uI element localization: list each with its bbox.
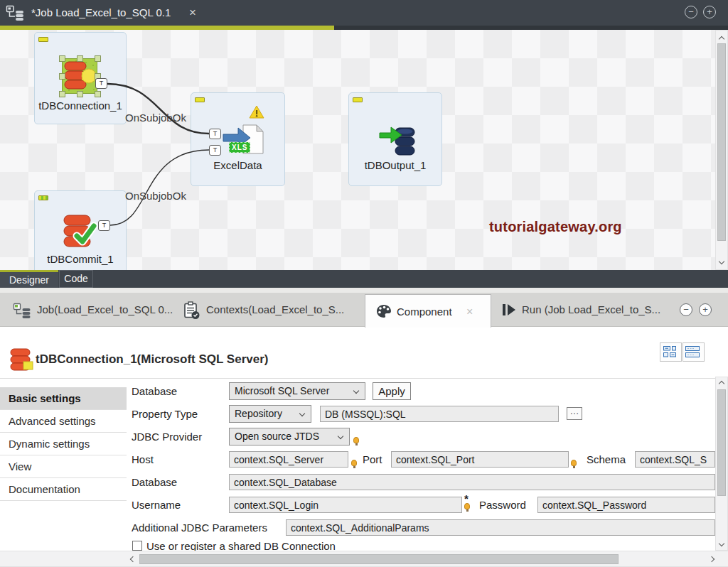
component-panel: tDBConnection_1(Microsoft SQL Server) Ba…: [0, 327, 728, 567]
contexts-icon: [183, 301, 200, 323]
tab-run[interactable]: Run (Job Load_Excel_to_S...: [522, 293, 660, 327]
job-icon: [6, 5, 26, 24]
username-label: Username: [132, 499, 181, 511]
watermark-text: tutorialgateway.org: [489, 219, 622, 235]
scroll-thumb[interactable]: [139, 554, 619, 564]
property-type-select[interactable]: Repository: [229, 405, 311, 423]
database-select[interactable]: Microsoft SQL Server: [229, 382, 365, 400]
tab-contexts[interactable]: Contexts(Load_Excel_to_S...: [206, 293, 344, 327]
schema-input[interactable]: [635, 451, 715, 468]
editor-tab-title[interactable]: *Job Load_Excel_to_SQL 0.1: [31, 0, 171, 26]
hint-bulb-icon: [351, 460, 357, 466]
scroll-down-icon[interactable]: [719, 541, 724, 546]
link-label-onsubjobok[interactable]: OnSubjobOk: [125, 190, 186, 202]
sidebar-item-dynamic-settings[interactable]: Dynamic settings: [0, 433, 127, 455]
additional-jdbc-input[interactable]: [286, 519, 715, 536]
port-label: Port: [363, 453, 382, 465]
jdbc-provider-value: Open source JTDS: [235, 431, 319, 442]
host-label: Host: [132, 453, 154, 465]
scroll-up-icon[interactable]: [719, 36, 724, 42]
repository-property-input[interactable]: [320, 406, 559, 422]
shared-db-checkbox[interactable]: [132, 541, 142, 551]
chevron-down-icon: [299, 411, 305, 416]
panel-hscrollbar[interactable]: [0, 551, 728, 567]
divider: [0, 288, 728, 293]
database-input[interactable]: [229, 474, 715, 490]
apply-button[interactable]: Apply: [373, 382, 411, 400]
schema-label: Schema: [587, 453, 626, 465]
maximize-icon[interactable]: +: [699, 303, 712, 316]
additional-jdbc-label: Additional JDBC Parameters: [132, 522, 267, 534]
maximize-icon[interactable]: +: [703, 6, 716, 18]
minimize-icon[interactable]: −: [680, 303, 692, 316]
scroll-thumb[interactable]: [717, 389, 726, 496]
jdbc-provider-select[interactable]: Open source JTDS: [229, 428, 350, 446]
designer-code-bar: Designer Code: [0, 270, 728, 288]
sidebar-item-advanced-settings[interactable]: Advanced settings: [0, 410, 127, 433]
divider: [0, 378, 715, 379]
password-input[interactable]: [537, 497, 715, 513]
sidebar-item-view[interactable]: View: [0, 455, 127, 478]
grid-view-button[interactable]: [660, 342, 682, 362]
editor-tab-bar: *Job Load_Excel_to_SQL 0.1 × − +: [0, 0, 728, 26]
trigger-port[interactable]: T: [209, 129, 221, 139]
minimize-icon[interactable]: −: [685, 6, 697, 18]
close-icon[interactable]: ×: [189, 0, 196, 26]
hint-bulb-icon: [353, 437, 359, 443]
scroll-left-icon[interactable]: [130, 556, 136, 562]
close-icon[interactable]: ×: [466, 295, 473, 328]
jdbc-provider-label: JDBC Provider: [132, 431, 202, 443]
username-input[interactable]: [229, 497, 462, 513]
job-design-canvas[interactable]: tDBConnection_1 XLS ExcelData: [0, 30, 728, 270]
hint-bulb-icon: [571, 460, 577, 466]
sidebar-item-documentation[interactable]: Documentation: [0, 478, 127, 501]
scroll-right-icon[interactable]: [709, 556, 714, 562]
tab-component[interactable]: Component ×: [365, 294, 491, 328]
job-icon: [13, 303, 31, 321]
component-title: tDBConnection_1(Microsoft SQL Server): [36, 352, 268, 367]
link-label-onsubjobok[interactable]: OnSubjobOk: [125, 112, 186, 124]
host-input[interactable]: [229, 451, 348, 468]
panel-vscrollbar[interactable]: [715, 377, 728, 551]
property-type-value: Repository: [235, 408, 282, 419]
trigger-port[interactable]: T: [98, 220, 110, 231]
property-type-label: Property Type: [132, 408, 198, 420]
hint-bulb-icon: [464, 503, 470, 509]
database-name-label: Database: [132, 476, 177, 488]
scroll-thumb[interactable]: [717, 43, 726, 241]
canvas-vscrollbar[interactable]: [715, 30, 728, 270]
chevron-down-icon: [338, 433, 343, 439]
trigger-port[interactable]: T: [95, 78, 107, 89]
run-icon: [502, 303, 516, 319]
database-select-value: Microsoft SQL Server: [235, 385, 329, 396]
bottom-tab-bar: Job(Load_Excel_to_SQL 0... Contexts(Load…: [0, 293, 728, 327]
tab-job[interactable]: Job(Load_Excel_to_SQL 0...: [37, 293, 173, 327]
chevron-down-icon: [353, 388, 359, 394]
scroll-up-icon[interactable]: [719, 381, 724, 387]
component-db-icon: [10, 348, 34, 374]
tab-designer[interactable]: Designer: [0, 270, 58, 288]
port-input[interactable]: [391, 451, 569, 468]
password-label: Password: [479, 499, 526, 511]
database-label: Database: [132, 385, 177, 397]
rows-view-button[interactable]: [682, 342, 705, 362]
sidebar-item-basic-settings[interactable]: Basic settings: [0, 387, 127, 410]
talend-window: *Job Load_Excel_to_SQL 0.1 × − +: [0, 0, 728, 567]
trigger-port[interactable]: T: [209, 145, 221, 156]
component-palette-icon: [376, 304, 392, 321]
tab-component-label[interactable]: Component: [397, 295, 452, 328]
browse-repository-button[interactable]: …: [567, 407, 582, 420]
scroll-down-icon[interactable]: [719, 259, 724, 264]
tab-code[interactable]: Code: [59, 270, 93, 288]
